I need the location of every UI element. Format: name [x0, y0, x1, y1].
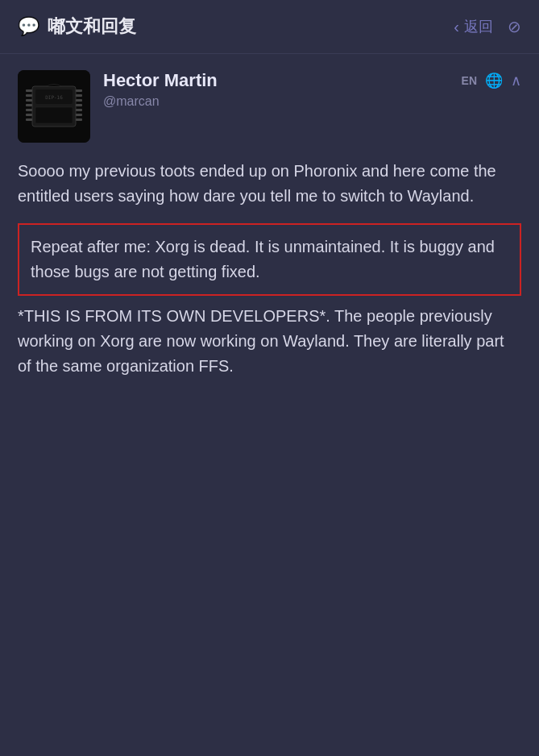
filter-icon[interactable]: ⊘	[508, 17, 521, 36]
chevron-up-icon[interactable]: ∧	[511, 72, 521, 89]
back-label: 返回	[464, 17, 493, 36]
page-title: 嘟文和回复	[48, 15, 136, 39]
chat-icon: 💬	[18, 16, 39, 37]
post-body-continued: *THIS IS FROM ITS OWN DEVELOPERS*. The p…	[18, 296, 521, 379]
svg-rect-8	[26, 104, 32, 106]
user-name-row: Hector Martin EN 🌐 ∧	[103, 70, 521, 91]
svg-rect-12	[76, 89, 82, 92]
back-button[interactable]: ‹ 返回	[454, 17, 493, 36]
header-right[interactable]: ‹ 返回 ⊘	[454, 17, 521, 36]
chevron-left-icon: ‹	[454, 18, 459, 36]
svg-rect-10	[26, 114, 32, 116]
svg-rect-14	[76, 99, 82, 102]
svg-rect-13	[76, 94, 82, 97]
lang-badge: EN	[462, 74, 477, 87]
header-badges: EN 🌐 ∧	[462, 72, 521, 89]
header: 💬 嘟文和回复 ‹ 返回 ⊘	[0, 0, 539, 54]
svg-rect-6	[26, 94, 32, 97]
user-info: Hector Martin EN 🌐 ∧ @marcan	[103, 70, 521, 109]
avatar: DIP-16	[18, 70, 90, 143]
post-card: DIP-16	[18, 70, 521, 379]
svg-rect-18	[76, 118, 82, 121]
user-name: Hector Martin	[103, 70, 218, 91]
svg-rect-5	[26, 89, 32, 92]
svg-rect-11	[26, 118, 32, 121]
svg-rect-9	[26, 109, 32, 111]
svg-rect-7	[26, 99, 32, 102]
svg-text:DIP-16: DIP-16	[45, 94, 63, 100]
post-header: DIP-16	[18, 70, 521, 143]
svg-rect-15	[76, 104, 82, 106]
post-highlighted: Repeat after me: Xorg is dead. It is unm…	[18, 223, 521, 296]
user-handle: @marcan	[103, 94, 521, 109]
post-body-intro: Soooo my previous toots ended up on Phor…	[18, 159, 521, 209]
globe-icon: 🌐	[485, 72, 503, 89]
header-left: 💬 嘟文和回复	[18, 15, 136, 39]
chip-svg: DIP-16	[18, 70, 90, 143]
svg-rect-17	[76, 114, 82, 116]
main-content: DIP-16	[0, 54, 539, 395]
svg-rect-16	[76, 109, 82, 111]
svg-rect-4	[35, 107, 73, 123]
